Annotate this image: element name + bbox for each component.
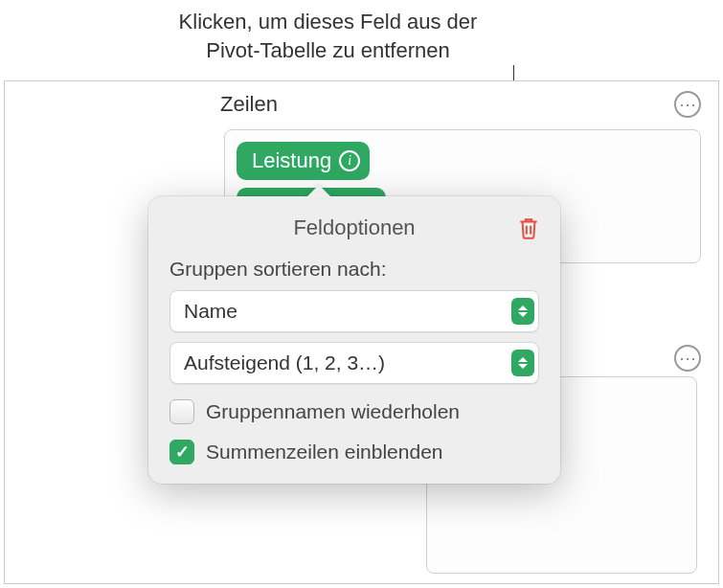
show-totals-checkbox[interactable]: [169, 440, 194, 464]
sort-field-select-value: Name: [169, 290, 539, 332]
help-annotation: Klicken, um dieses Feld aus der Pivot-Ta…: [124, 8, 531, 64]
show-totals-checkbox-row[interactable]: Summenzeilen einblenden: [169, 440, 539, 464]
columns-more-button[interactable]: [674, 345, 701, 372]
updown-icon: [511, 350, 534, 376]
field-options-popover: Feldoptionen Gruppen sortieren nach: Nam…: [148, 196, 560, 484]
rows-section-header: Zeilen: [207, 81, 718, 122]
repeat-groups-checkbox-row[interactable]: Gruppennamen wiederholen: [169, 399, 539, 424]
sort-order-select-value: Aufsteigend (1, 2, 3…): [169, 342, 539, 384]
sort-order-select[interactable]: Aufsteigend (1, 2, 3…): [169, 342, 539, 384]
rows-section-title: Zeilen: [220, 92, 278, 117]
show-totals-label: Summenzeilen einblenden: [206, 441, 443, 464]
trash-icon: [516, 215, 541, 240]
popover-header: Feldoptionen: [169, 215, 539, 240]
popover-title: Feldoptionen: [293, 215, 415, 240]
info-icon[interactable]: i: [339, 150, 360, 171]
repeat-groups-label: Gruppennamen wiederholen: [206, 400, 460, 423]
updown-icon: [511, 298, 534, 325]
repeat-groups-checkbox[interactable]: [169, 399, 194, 424]
sort-groups-label: Gruppen sortieren nach:: [169, 258, 539, 281]
field-pill-label: Leistung: [252, 148, 331, 173]
sort-field-select[interactable]: Name: [169, 290, 539, 332]
rows-more-button[interactable]: [674, 91, 701, 118]
field-pill-leistung[interactable]: Leistung i: [237, 142, 370, 180]
delete-field-button[interactable]: [516, 215, 541, 240]
